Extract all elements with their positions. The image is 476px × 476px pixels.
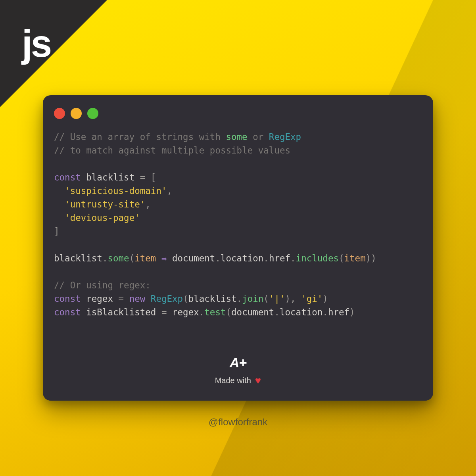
minimize-icon[interactable] bbox=[71, 108, 82, 119]
comment-line-2: // to match against multiple possible va… bbox=[54, 145, 290, 155]
maximize-icon[interactable] bbox=[87, 108, 98, 119]
heart-icon: ♥ bbox=[255, 374, 261, 387]
footer-badge: A+ Made with ♥ bbox=[43, 355, 433, 387]
author-handle: @flowforfrank bbox=[0, 416, 476, 428]
code-window: // Use an array of strings with some or … bbox=[43, 95, 433, 401]
aplus-logo: A+ bbox=[230, 355, 246, 370]
code-block: // Use an array of strings with some or … bbox=[54, 130, 422, 319]
comment-line-1: // Use an array of strings with bbox=[54, 132, 226, 142]
made-with-label: Made with ♥ bbox=[215, 374, 261, 387]
traffic-lights bbox=[54, 108, 422, 119]
close-icon[interactable] bbox=[54, 108, 65, 119]
js-logo-text: js bbox=[22, 22, 50, 65]
comment-line-3: // Or using regex: bbox=[54, 280, 151, 290]
corner-triangle bbox=[0, 0, 107, 107]
